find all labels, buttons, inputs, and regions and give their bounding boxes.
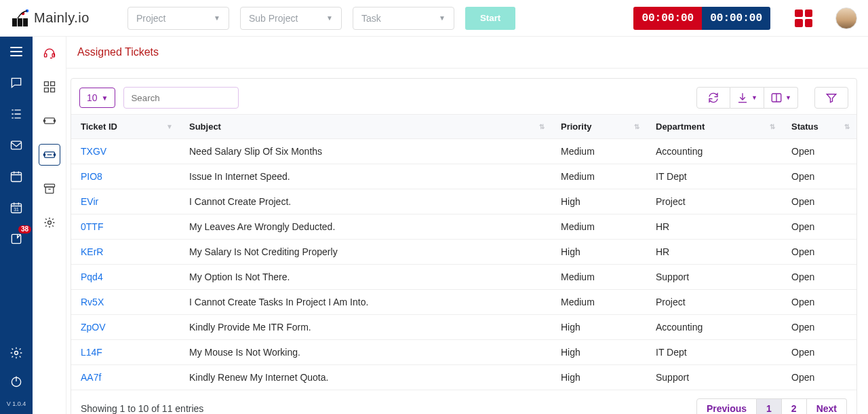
cell-subject: My Leaves Are Wrongly Deducted. — [180, 214, 551, 240]
tasks-icon — [9, 107, 23, 121]
cell-subject: I Cannot Create Tasks In Project I Am In… — [180, 290, 551, 315]
user-avatar[interactable] — [835, 7, 857, 29]
ticket-link[interactable]: Rv5X — [81, 297, 104, 307]
sec-nav-assigned-tickets[interactable] — [39, 144, 60, 166]
refresh-icon — [707, 92, 719, 104]
cell-department: Support — [646, 265, 782, 290]
hamburger-icon — [10, 47, 22, 56]
columns-button[interactable]: ▼ — [764, 87, 798, 109]
search-input[interactable] — [123, 87, 239, 109]
cell-subject: Issue In Internet Speed. — [180, 164, 551, 189]
refresh-button[interactable] — [696, 87, 730, 109]
table-row: PIO8Issue In Internet Speed.MediumIT Dep… — [71, 164, 856, 189]
ticket-link[interactable]: 0TTF — [81, 221, 103, 232]
nav-schedule[interactable]: 31 — [7, 198, 26, 217]
sort-icon: ⇅ — [634, 124, 639, 130]
page-title: Assigned Tickets — [66, 37, 868, 69]
sort-icon: ⇅ — [539, 124, 545, 130]
col-priority[interactable]: Priority⇅ — [551, 115, 646, 139]
col-department[interactable]: Department⇅ — [646, 115, 782, 139]
table-row: AA7fKindly Renew My Internet Quota.HighS… — [71, 365, 856, 390]
cell-department: HR — [646, 240, 782, 265]
power-icon — [9, 375, 23, 388]
ticket-assigned-icon — [43, 148, 56, 162]
page-prev[interactable]: Previous — [696, 398, 757, 414]
ticket-link[interactable]: KErR — [81, 246, 103, 257]
cell-subject: My Option Is Not There. — [180, 265, 551, 290]
nav-calendar[interactable] — [7, 167, 26, 186]
table-row: L14FMy Mouse Is Not Working.HighIT DeptO… — [71, 340, 856, 365]
chevron-down-icon: ▼ — [214, 14, 220, 22]
cell-department: Project — [646, 189, 782, 214]
task-select[interactable]: Task ▼ — [353, 7, 454, 30]
dashboard-grid-icon[interactable] — [795, 10, 812, 27]
cell-status: Open — [782, 189, 856, 214]
sec-nav-settings[interactable] — [39, 212, 60, 233]
ticket-link[interactable]: PIO8 — [81, 171, 102, 182]
subproject-select[interactable]: Sub Project ▼ — [240, 7, 342, 30]
ticket-link[interactable]: L14F — [81, 347, 102, 358]
table-row: ZpOVKindly Provide Me ITR Form.HighAccou… — [71, 315, 856, 340]
col-ticket-id[interactable]: Ticket ID▼ — [71, 115, 180, 139]
page-next[interactable]: Next — [807, 398, 847, 414]
svg-rect-5 — [12, 141, 22, 149]
cell-ticket-id: Rv5X — [71, 290, 180, 315]
logout[interactable] — [7, 372, 26, 391]
task-select-label: Task — [361, 13, 381, 24]
page-2[interactable]: 2 — [782, 398, 807, 414]
col-status[interactable]: Status⇅ — [782, 115, 856, 139]
cell-department: HR — [646, 214, 782, 240]
svg-rect-25 — [45, 187, 54, 193]
table-row: 0TTFMy Leaves Are Wrongly Deducted.Mediu… — [71, 214, 856, 240]
cell-subject: My Mouse Is Not Working. — [180, 340, 551, 365]
cell-department: IT Dept — [646, 340, 782, 365]
note-icon — [9, 232, 23, 246]
start-button[interactable]: Start — [465, 7, 515, 30]
sec-nav-support[interactable] — [39, 42, 60, 64]
page-1[interactable]: 1 — [757, 398, 782, 414]
svg-rect-13 — [52, 54, 54, 57]
chevron-down-icon: ▼ — [102, 94, 108, 102]
table-row: TXGVNeed Salary Slip Of Six MonthsMedium… — [71, 139, 856, 164]
nav-mail[interactable] — [7, 136, 26, 155]
table-row: KErRMy Salary Is Not Crediting ProperlyH… — [71, 240, 856, 265]
col-subject[interactable]: Subject⇅ — [180, 115, 551, 139]
cell-priority: Medium — [551, 214, 646, 240]
ticket-link[interactable]: TXGV — [81, 146, 106, 157]
sec-nav-tickets[interactable] — [39, 110, 60, 132]
ticket-link[interactable]: ZpOV — [81, 322, 106, 333]
filter-icon — [825, 92, 837, 104]
menu-toggle[interactable] — [7, 42, 26, 61]
cell-ticket-id: L14F — [71, 340, 180, 365]
cell-status: Open — [782, 340, 856, 365]
app-header: Mainly.io Project ▼ Sub Project ▼ Task ▼… — [0, 0, 868, 37]
sec-nav-archive[interactable] — [39, 178, 60, 200]
ticket-link[interactable]: EVir — [81, 196, 98, 207]
project-select[interactable]: Project ▼ — [127, 7, 229, 30]
ticket-link[interactable]: Pqd4 — [81, 271, 103, 282]
sort-icon: ⇅ — [770, 124, 775, 130]
export-button[interactable]: ▼ — [730, 87, 764, 109]
chevron-down-icon: ▼ — [751, 94, 757, 101]
chevron-down-icon: ▼ — [785, 94, 791, 101]
table-row: EVirI Cannot Create Project.HighProjectO… — [71, 189, 856, 214]
cell-department: IT Dept — [646, 164, 782, 189]
download-icon — [736, 92, 749, 104]
svg-point-10 — [15, 352, 18, 355]
page-size-select[interactable]: 10 ▼ — [79, 88, 115, 108]
nav-chat[interactable] — [7, 73, 26, 92]
nav-settings[interactable] — [7, 343, 26, 362]
svg-rect-2 — [23, 18, 28, 26]
cell-subject: Need Salary Slip Of Six Months — [180, 139, 551, 164]
sec-nav-dashboard[interactable] — [39, 76, 60, 98]
nav-notifications[interactable]: 38 — [7, 229, 26, 248]
nav-tasks[interactable] — [7, 105, 26, 124]
brand-logo[interactable]: Mainly.io — [11, 9, 117, 28]
filter-button[interactable] — [814, 87, 848, 109]
cell-ticket-id: PIO8 — [71, 164, 180, 189]
cell-priority: Medium — [551, 139, 646, 164]
cell-ticket-id: EVir — [71, 189, 180, 214]
svg-rect-12 — [44, 54, 46, 57]
ticket-link[interactable]: AA7f — [81, 372, 101, 383]
svg-rect-15 — [50, 82, 54, 86]
